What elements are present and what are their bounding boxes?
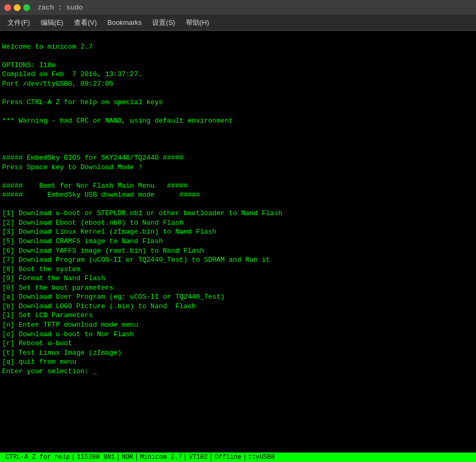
status-item-6: ttyUSB0 (245, 454, 278, 461)
menu-settings[interactable]: 设置(S) (147, 16, 180, 30)
status-item-4: VT102 (185, 454, 211, 461)
status-item-1: 115200 8N1 (73, 454, 118, 461)
menu-help[interactable]: 帮助(H) (181, 16, 214, 30)
menu-bar: 文件(F) 编辑(E) 查看(V) Bookmarks 设置(S) 帮助(H) (0, 15, 476, 31)
status-item-5: Offline (211, 454, 245, 461)
close-button[interactable] (4, 4, 11, 11)
minimize-button[interactable] (14, 4, 21, 11)
menu-file[interactable]: 文件(F) (2, 16, 35, 30)
menu-bookmarks[interactable]: Bookmarks (102, 16, 147, 29)
window-title: zach : sudo (38, 4, 83, 12)
status-item-2: NOR (118, 454, 137, 461)
terminal-output[interactable]: Welcome to minicom 2.7 OPTIONS: I18n Com… (0, 31, 476, 452)
maximize-button[interactable] (23, 4, 30, 11)
menu-edit[interactable]: 编辑(E) (35, 16, 69, 30)
status-item-3: Minicom 2.7 (137, 454, 185, 461)
title-bar: zach : sudo (0, 0, 476, 15)
window-controls (4, 4, 30, 11)
status-bar: CTRL-A Z for help115200 8N1NORMinicom 2.… (0, 452, 476, 462)
menu-view[interactable]: 查看(V) (69, 16, 102, 30)
status-item-0: CTRL-A Z for help (2, 454, 73, 461)
